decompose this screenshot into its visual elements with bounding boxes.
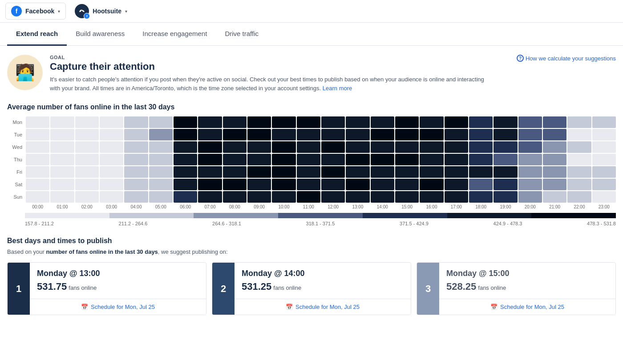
heatmap-cell[interactable] <box>174 166 197 178</box>
heatmap-cell[interactable] <box>420 191 443 203</box>
heatmap-cell[interactable] <box>543 129 566 140</box>
heatmap-cell[interactable] <box>174 116 197 128</box>
heatmap-cell[interactable] <box>371 179 394 190</box>
heatmap-cell[interactable] <box>100 141 123 153</box>
heatmap-cell[interactable] <box>50 179 74 190</box>
heatmap-cell[interactable] <box>174 154 197 165</box>
heatmap-cell[interactable] <box>321 191 345 203</box>
heatmap-cell[interactable] <box>395 116 419 128</box>
heatmap-cell[interactable] <box>297 154 320 165</box>
tab-extend-reach[interactable]: Extend reach <box>7 23 67 46</box>
heatmap-cell[interactable] <box>518 166 542 178</box>
heatmap-cell[interactable] <box>518 154 542 165</box>
heatmap-cell[interactable] <box>469 179 493 190</box>
heatmap-cell[interactable] <box>100 166 123 178</box>
heatmap-cell[interactable] <box>272 191 295 203</box>
heatmap-cell[interactable] <box>272 154 295 165</box>
heatmap-cell[interactable] <box>124 129 148 140</box>
heatmap-cell[interactable] <box>100 191 123 203</box>
heatmap-cell[interactable] <box>494 129 517 140</box>
heatmap-cell[interactable] <box>75 154 99 165</box>
heatmap-cell[interactable] <box>494 191 517 203</box>
heatmap-cell[interactable] <box>272 116 295 128</box>
heatmap-cell[interactable] <box>371 166 394 178</box>
heatmap-cell[interactable] <box>469 166 493 178</box>
heatmap-cell[interactable] <box>346 141 369 153</box>
heatmap-cell[interactable] <box>26 116 49 128</box>
heatmap-cell[interactable] <box>592 179 616 190</box>
heatmap-cell[interactable] <box>567 166 591 178</box>
heatmap-cell[interactable] <box>247 166 271 178</box>
heatmap-cell[interactable] <box>518 129 542 140</box>
heatmap-cell[interactable] <box>149 166 173 178</box>
heatmap-cell[interactable] <box>420 116 443 128</box>
learn-more-link[interactable]: Learn more <box>323 85 352 92</box>
heatmap-cell[interactable] <box>149 116 173 128</box>
tab-increase-engagement[interactable]: Increase engagement <box>134 23 216 46</box>
heatmap-cell[interactable] <box>50 154 74 165</box>
heatmap-cell[interactable] <box>321 154 345 165</box>
heatmap-cell[interactable] <box>371 191 394 203</box>
heatmap-cell[interactable] <box>26 166 49 178</box>
heatmap-cell[interactable] <box>346 179 369 190</box>
heatmap-cell[interactable] <box>567 141 591 153</box>
heatmap-cell[interactable] <box>149 179 173 190</box>
heatmap-cell[interactable] <box>592 141 616 153</box>
heatmap-cell[interactable] <box>26 154 49 165</box>
heatmap-cell[interactable] <box>469 191 493 203</box>
heatmap-cell[interactable] <box>297 166 320 178</box>
heatmap-cell[interactable] <box>592 166 616 178</box>
heatmap-cell[interactable] <box>420 141 443 153</box>
heatmap-cell[interactable] <box>346 166 369 178</box>
heatmap-cell[interactable] <box>543 166 566 178</box>
heatmap-cell[interactable] <box>198 154 222 165</box>
heatmap-cell[interactable] <box>346 129 369 140</box>
heatmap-cell[interactable] <box>494 141 517 153</box>
heatmap-cell[interactable] <box>518 191 542 203</box>
heatmap-cell[interactable] <box>592 129 616 140</box>
heatmap-cell[interactable] <box>272 129 295 140</box>
how-calc-link[interactable]: ? How we calculate your suggestions <box>517 55 616 62</box>
heatmap-cell[interactable] <box>75 141 99 153</box>
heatmap-cell[interactable] <box>247 141 271 153</box>
heatmap-cell[interactable] <box>174 129 197 140</box>
heatmap-cell[interactable] <box>321 129 345 140</box>
heatmap-cell[interactable] <box>50 141 74 153</box>
heatmap-cell[interactable] <box>50 116 74 128</box>
heatmap-cell[interactable] <box>297 129 320 140</box>
heatmap-cell[interactable] <box>543 116 566 128</box>
heatmap-cell[interactable] <box>567 154 591 165</box>
heatmap-cell[interactable] <box>149 191 173 203</box>
heatmap-cell[interactable] <box>469 116 493 128</box>
heatmap-cell[interactable] <box>149 154 173 165</box>
heatmap-cell[interactable] <box>223 179 247 190</box>
heatmap-cell[interactable] <box>420 129 443 140</box>
heatmap-cell[interactable] <box>346 191 369 203</box>
heatmap-cell[interactable] <box>297 191 320 203</box>
heatmap-cell[interactable] <box>445 166 468 178</box>
heatmap-cell[interactable] <box>198 129 222 140</box>
heatmap-cell[interactable] <box>100 154 123 165</box>
heatmap-cell[interactable] <box>247 191 271 203</box>
heatmap-cell[interactable] <box>420 166 443 178</box>
heatmap-cell[interactable] <box>75 129 99 140</box>
heatmap-cell[interactable] <box>469 141 493 153</box>
heatmap-cell[interactable] <box>223 166 247 178</box>
heatmap-cell[interactable] <box>223 129 247 140</box>
heatmap-cell[interactable] <box>198 179 222 190</box>
heatmap-cell[interactable] <box>567 129 591 140</box>
heatmap-cell[interactable] <box>321 141 345 153</box>
heatmap-cell[interactable] <box>395 179 419 190</box>
heatmap-cell[interactable] <box>100 116 123 128</box>
heatmap-cell[interactable] <box>395 129 419 140</box>
heatmap-cell[interactable] <box>445 154 468 165</box>
heatmap-cell[interactable] <box>174 179 197 190</box>
heatmap-cell[interactable] <box>297 116 320 128</box>
heatmap-cell[interactable] <box>124 116 148 128</box>
heatmap-cell[interactable] <box>371 116 394 128</box>
heatmap-cell[interactable] <box>518 116 542 128</box>
heatmap-cell[interactable] <box>395 166 419 178</box>
heatmap-cell[interactable] <box>346 154 369 165</box>
facebook-selector[interactable]: f Facebook ▾ <box>5 3 66 20</box>
heatmap-cell[interactable] <box>272 166 295 178</box>
